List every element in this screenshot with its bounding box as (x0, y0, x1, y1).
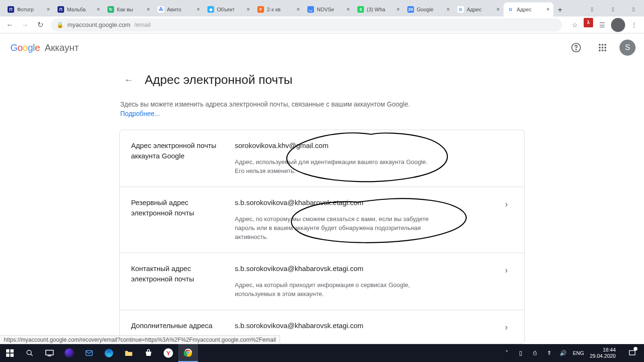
tray-chevron-up-icon[interactable]: ˄ (502, 350, 512, 356)
search-button[interactable] (20, 344, 40, 362)
row-description: Адрес, используемый для идентификации ва… (235, 157, 433, 175)
pdf-extension-icon[interactable]: λ (584, 18, 593, 27)
taskbar-app-edge[interactable] (99, 344, 119, 362)
chevron-right-icon[interactable]: › (500, 321, 513, 332)
content-area: ← Адрес электронной почты Здесь вы может… (119, 70, 525, 344)
browser-tab[interactable]: G Адрес × (504, 2, 553, 16)
tab-close-icon[interactable]: × (297, 6, 300, 13)
nav-back-button[interactable]: ← (3, 18, 17, 32)
reader-mode-icon[interactable]: ☰ (595, 18, 609, 32)
row-label: Резервный адрес электронной почты (131, 197, 235, 241)
google-logo[interactable]: Google (10, 42, 40, 53)
tab-close-icon[interactable]: × (197, 6, 200, 13)
tab-title: Объект (217, 7, 244, 12)
tab-title: Фотогр (17, 7, 44, 12)
tab-close-icon[interactable]: × (446, 6, 450, 13)
tray-wifi-icon[interactable]: ⇑ (545, 350, 554, 356)
svg-rect-11 (6, 349, 9, 353)
browser-tab[interactable]: 29 Google × (404, 2, 454, 16)
svg-rect-17 (46, 350, 53, 355)
taskbar-app-explorer[interactable] (119, 344, 139, 362)
back-button[interactable]: ← (119, 70, 138, 89)
tray-clock[interactable]: 18:44 29.04.2020 (587, 347, 619, 359)
product-name: Аккаунт (45, 42, 79, 53)
browser-tab[interactable]: F 2-х кв × (254, 2, 304, 16)
window-maximize-button[interactable]:  (603, 2, 623, 16)
tab-close-icon[interactable]: × (247, 6, 250, 13)
favicon-icon: G (507, 6, 514, 13)
tab-close-icon[interactable]: × (97, 6, 100, 13)
browser-menu-icon[interactable]: ⋮ (627, 18, 641, 32)
tab-title: (3) Wha (367, 7, 394, 12)
page-title: Адрес электронной почты (145, 73, 293, 87)
taskbar-app-yandex[interactable] (59, 344, 79, 362)
start-button[interactable] (0, 344, 20, 362)
system-tray: ˄ ▯ ⎙ ⇑ 🔊 ENG 18:44 29.04.2020 (499, 344, 644, 362)
svg-point-7 (604, 47, 606, 49)
tab-close-icon[interactable]: × (347, 6, 350, 13)
browser-tab[interactable]: П Мальба × (54, 2, 104, 16)
tray-printer-icon[interactable]: ⎙ (530, 350, 540, 356)
browser-tab[interactable]: ◡ NDVSe × (304, 2, 354, 16)
row-description: Адрес, по которому мы сможем связаться с… (235, 214, 433, 241)
learn-more-link[interactable]: Подробнее... (120, 110, 160, 117)
row-label: Контактный адрес электронной почты (131, 263, 235, 298)
tray-volume-icon[interactable]: 🔊 (559, 350, 568, 356)
favicon-icon: П (8, 6, 14, 13)
task-view-button[interactable] (40, 344, 59, 362)
tab-close-icon[interactable]: × (496, 6, 500, 13)
tab-title: 2-х кв (267, 7, 294, 12)
email-row[interactable]: Резервный адрес электронной почты s.b.so… (120, 187, 524, 253)
page-viewport[interactable]: Google Аккаунт S ← Адрес электронной поч… (0, 33, 644, 344)
favicon-icon: ◆ (207, 6, 214, 13)
taskbar-app-ybrowser[interactable]: Y (158, 344, 178, 362)
tab-close-icon[interactable]: × (47, 6, 50, 13)
window-close-button[interactable]:  (623, 2, 644, 16)
window-minimize-button[interactable]:  (582, 2, 603, 16)
taskbar-app-chrome[interactable] (178, 344, 198, 362)
tray-notifications-button[interactable] (623, 344, 641, 362)
account-avatar[interactable]: S (619, 40, 636, 56)
chevron-right-icon[interactable]: › (500, 263, 513, 298)
status-bar: https://myaccount.google.com/recovery/em… (0, 335, 280, 344)
tray-language[interactable]: ENG (573, 350, 582, 356)
svg-rect-14 (10, 354, 14, 357)
svg-rect-23 (629, 351, 635, 355)
apps-grid-icon[interactable] (593, 38, 612, 57)
tab-close-icon[interactable]: × (396, 6, 400, 13)
tab-title: Как вы (117, 7, 144, 12)
chevron-right-icon[interactable]: › (500, 197, 513, 241)
taskbar-app-store[interactable] (139, 344, 158, 362)
tab-close-icon[interactable]: × (147, 6, 150, 13)
email-row[interactable]: Контактный адрес электронной почты s.b.s… (120, 253, 524, 310)
browser-tab[interactable]: ↻ Как вы × (104, 2, 154, 16)
svg-point-6 (602, 47, 603, 49)
new-tab-button[interactable]: + (553, 3, 567, 16)
google-bar: Google Аккаунт S (0, 33, 644, 62)
tab-title: NDVSe (317, 7, 344, 12)
favicon-icon: П (58, 6, 64, 13)
tab-title: Авито (167, 7, 194, 12)
url-path: /email (134, 21, 151, 28)
favicon-icon: ⁂ (157, 6, 164, 13)
browser-tab[interactable]: G Адрес × (454, 2, 504, 16)
browser-tab[interactable]: ⁂ Авито × (154, 2, 204, 16)
tray-battery-icon[interactable]: ▯ (516, 350, 526, 356)
svg-point-5 (599, 47, 601, 49)
address-bar[interactable]: 🔒 myaccount.google.com/email (51, 18, 562, 32)
favicon-icon: ◡ (307, 6, 314, 13)
row-value: s.b.sorokovikova@khabarovsk.etagi.com (235, 197, 500, 208)
nav-reload-button[interactable]: ↻ (33, 18, 47, 32)
row-value: s.b.sorokovikova@khabarovsk.etagi.com (235, 321, 500, 331)
tab-close-icon[interactable]: × (546, 6, 550, 13)
bookmark-star-icon[interactable]: ☆ (568, 18, 582, 32)
taskbar-app-mail[interactable] (79, 344, 99, 362)
profile-avatar-button[interactable]: S (611, 18, 625, 32)
browser-tab[interactable]: ◆ Объект × (204, 2, 254, 16)
browser-tab[interactable]: 3 (3) Wha × (354, 2, 404, 16)
favicon-icon: F (257, 6, 264, 13)
svg-point-2 (599, 44, 601, 46)
svg-point-8 (599, 49, 601, 51)
browser-tab[interactable]: П Фотогр × (4, 2, 54, 16)
help-icon[interactable] (567, 38, 586, 57)
